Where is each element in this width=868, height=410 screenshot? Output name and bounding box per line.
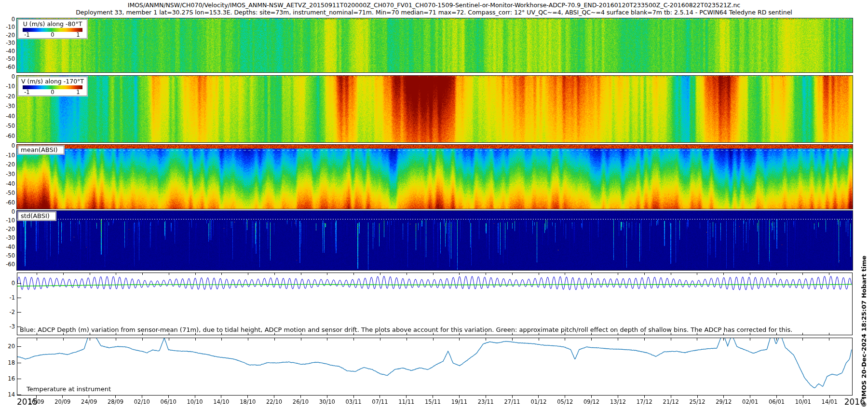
v-legend-title: V (m/s) along -170°T bbox=[20, 78, 85, 85]
x-tick-mark bbox=[274, 396, 274, 398]
x-tick-mark bbox=[433, 396, 433, 398]
y-tick-label: 20 bbox=[0, 343, 15, 350]
depth-variation-panel: Blue: ADCP Depth (m) variation from sens… bbox=[17, 273, 853, 335]
y-tick-label: -60 bbox=[0, 261, 15, 268]
v-colorbar-ticks: -1 0 1 bbox=[20, 89, 85, 96]
y-tick-label: -50 bbox=[0, 252, 15, 259]
u-colorbar-tick-min: -1 bbox=[24, 31, 29, 38]
y-tick-label: -20 bbox=[0, 32, 15, 39]
figure-subtitle: Deployment 33, member 1 lat=30.27S lon=1… bbox=[0, 9, 868, 16]
x-tick-mark bbox=[565, 396, 565, 398]
y-tick-label: 14 bbox=[0, 391, 15, 398]
x-tick-mark bbox=[380, 396, 380, 398]
x-tick-label: 27/11 bbox=[504, 398, 520, 405]
u-velocity-heatmap bbox=[17, 18, 853, 72]
x-tick-label: 05/12 bbox=[557, 398, 573, 405]
y-tick-label: -40 bbox=[0, 48, 15, 55]
std-absi-heatmap bbox=[17, 211, 853, 270]
y-tick-label: -50 bbox=[0, 190, 15, 196]
y-tick-label: 16 bbox=[0, 375, 15, 382]
v-velocity-heatmap bbox=[17, 76, 853, 142]
u-legend-title: U (m/s) along -80°T bbox=[20, 20, 85, 27]
x-tick-label: 24/09 bbox=[81, 398, 97, 405]
temperature-panel: Temperature at instrument bbox=[17, 338, 853, 396]
x-tick-label: 06/01 bbox=[769, 398, 785, 405]
y-tick-label: -10 bbox=[0, 152, 15, 159]
y-tick-label: 0 bbox=[0, 16, 15, 23]
x-tick-mark bbox=[538, 396, 539, 398]
y-tick-label: 0 bbox=[0, 280, 15, 287]
y-tick-label: 0 bbox=[0, 208, 15, 215]
x-tick-mark bbox=[62, 396, 63, 398]
x-tick-mark bbox=[750, 396, 750, 398]
std-absi-panel: std(ABSI) bbox=[17, 211, 853, 270]
y-tick-label: -2 bbox=[0, 309, 15, 315]
x-tick-label: 15/11 bbox=[425, 398, 441, 405]
x-tick-label: 02/01 bbox=[742, 398, 758, 405]
x-tick-mark bbox=[697, 396, 698, 398]
x-tick-label: 10/10 bbox=[187, 398, 203, 405]
v-velocity-panel: V (m/s) along -170°T -1 0 1 bbox=[17, 76, 853, 142]
y-tick-label: -1 bbox=[0, 294, 15, 301]
y-tick-label: -40 bbox=[0, 180, 15, 187]
x-tick-label: 16/09 bbox=[28, 398, 44, 405]
y-tick-label: -10 bbox=[0, 217, 15, 224]
v-colorbar-tick-max: 1 bbox=[76, 89, 80, 96]
x-tick-mark bbox=[618, 396, 618, 398]
x-tick-label: 25/12 bbox=[689, 398, 705, 405]
x-tick-label: 22/10 bbox=[266, 398, 282, 405]
x-tick-label: 21/12 bbox=[663, 398, 679, 405]
time-axis: 2015 2016 16/0920/0924/0928/0902/1006/10… bbox=[17, 396, 853, 409]
depth-variation-plot bbox=[17, 273, 852, 335]
x-tick-mark bbox=[115, 396, 116, 398]
v-colorbar-tick-zero: 0 bbox=[51, 89, 54, 96]
x-tick-mark bbox=[89, 396, 89, 398]
y-tick-label: -30 bbox=[0, 234, 15, 241]
y-tick-label: -20 bbox=[0, 226, 15, 232]
depth-annotation: Blue: ADCP Depth (m) variation from sens… bbox=[20, 326, 792, 333]
x-tick-label: 02/10 bbox=[134, 398, 150, 405]
x-tick-mark bbox=[829, 396, 830, 398]
y-tick-label: -40 bbox=[0, 244, 15, 250]
x-tick-mark bbox=[353, 396, 354, 398]
x-tick-mark bbox=[247, 396, 248, 398]
x-tick-mark bbox=[459, 396, 460, 398]
x-tick-mark bbox=[803, 396, 803, 398]
y-tick-label: 0 bbox=[0, 73, 15, 80]
v-colorbar-tick-min: -1 bbox=[24, 89, 29, 96]
y-tick-label: -30 bbox=[0, 40, 15, 46]
x-tick-label: 23/11 bbox=[478, 398, 494, 405]
y-tick-label: -60 bbox=[0, 133, 15, 139]
x-tick-mark bbox=[195, 396, 195, 398]
x-tick-mark bbox=[300, 396, 301, 398]
y-tick-label: -60 bbox=[0, 64, 15, 70]
y-tick-label: -50 bbox=[0, 55, 15, 62]
mean-absi-label: mean(ABSI) bbox=[18, 146, 64, 154]
y-tick-label: -10 bbox=[0, 83, 15, 90]
y-tick-label: -20 bbox=[0, 93, 15, 100]
temperature-plot bbox=[17, 338, 852, 395]
x-tick-label: 09/12 bbox=[583, 398, 599, 405]
x-tick-label: 20/09 bbox=[54, 398, 70, 405]
y-tick-label: -10 bbox=[0, 24, 15, 30]
y-tick-label: -20 bbox=[0, 161, 15, 168]
temperature-label: Temperature at instrument bbox=[27, 385, 111, 393]
x-tick-label: 06/10 bbox=[161, 398, 176, 405]
y-tick-label: 18 bbox=[0, 359, 15, 366]
x-tick-mark bbox=[591, 396, 592, 398]
x-tick-mark bbox=[142, 396, 142, 398]
x-tick-label: 13/12 bbox=[610, 398, 626, 405]
x-tick-label: 30/10 bbox=[319, 398, 335, 405]
u-colorbar-tick-zero: 0 bbox=[51, 31, 54, 38]
y-tick-label: -60 bbox=[0, 199, 15, 206]
x-tick-mark bbox=[168, 396, 169, 398]
x-tick-mark bbox=[406, 396, 407, 398]
mean-absi-panel: mean(ABSI) bbox=[17, 145, 853, 209]
y-tick-label: -40 bbox=[0, 113, 15, 120]
adcp-deployment-summary-figure: IMOS/ANMN/NSW/CH070/Velocity/IMOS_ANMN-N… bbox=[0, 0, 868, 410]
y-tick-label: -30 bbox=[0, 171, 15, 178]
x-tick-label: 29/12 bbox=[716, 398, 732, 405]
x-tick-mark bbox=[671, 396, 671, 398]
std-absi-label: std(ABSI) bbox=[18, 212, 56, 220]
x-tick-label: 18/10 bbox=[240, 398, 256, 405]
